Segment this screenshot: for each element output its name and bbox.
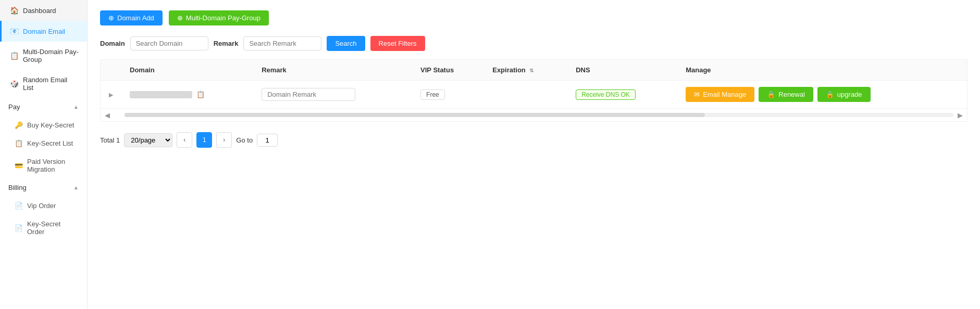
table-header-row: Domain Remark VIP Status Expiration ⇅: [101, 60, 967, 81]
expand-cell[interactable]: ▶: [101, 81, 121, 109]
sidebar-item-domain-email[interactable]: 📧 Domain Email: [0, 21, 87, 42]
sidebar-item-label: Key-Secret Order: [27, 220, 79, 236]
sidebar-item-key-secret-list[interactable]: 📋 Key-Secret List: [0, 134, 87, 152]
lock-icon: 🔒: [767, 91, 775, 98]
reset-filters-button[interactable]: Reset Filters: [370, 36, 425, 51]
sidebar-item-dashboard[interactable]: 🏠 Dashboard: [0, 0, 87, 21]
list-icon: 📋: [15, 139, 23, 147]
next-page-button[interactable]: ›: [216, 132, 232, 148]
scroll-right-arrow[interactable]: ▶: [953, 111, 967, 119]
domain-table: Domain Remark VIP Status Expiration ⇅: [101, 60, 967, 109]
domain-remark-input[interactable]: [262, 88, 355, 101]
upgrade-button[interactable]: 🔒 upgrade: [817, 87, 871, 102]
sidebar-item-label: Random Email List: [23, 76, 79, 92]
sidebar-item-label: Dashboard: [23, 7, 56, 15]
sidebar-item-vip-order[interactable]: 📄 Vip Order: [0, 197, 87, 215]
remark-cell: [253, 81, 412, 109]
domain-add-label: Domain Add: [117, 14, 154, 22]
col-expiration[interactable]: Expiration ⇅: [484, 60, 567, 81]
col-expand: [101, 60, 121, 81]
col-dns: DNS: [567, 60, 677, 81]
goto-input[interactable]: [257, 134, 278, 147]
pagination: Total 1 20/page 50/page 100/page ‹ 1 › G…: [100, 132, 967, 148]
sort-icon: ⇅: [529, 68, 534, 73]
upgrade-icon: 🔒: [826, 91, 834, 98]
expand-icon[interactable]: ▶: [109, 92, 113, 98]
col-manage: Manage: [677, 60, 967, 81]
col-vip-status: VIP Status: [412, 60, 484, 81]
expiration-cell: [484, 81, 567, 109]
search-button[interactable]: Search: [327, 36, 365, 51]
scrollbar-thumb: [125, 113, 705, 117]
sidebar-item-key-secret-order[interactable]: 📄 Key-Secret Order: [0, 215, 87, 241]
dns-status-badge: Receive DNS OK: [576, 89, 636, 100]
sidebar-item-label: Paid Version Migration: [27, 158, 79, 173]
pagination-total-label: Total 1: [100, 136, 120, 144]
table-row: ▶ 📋 Free: [101, 81, 967, 109]
page-1-button[interactable]: 1: [196, 132, 212, 148]
main-content: ⊕ Domain Add ⊕ Multi-Domain Pay-Group Do…: [88, 0, 980, 309]
sidebar-item-paid-version[interactable]: 💳 Paid Version Migration: [0, 152, 87, 178]
copy-icon[interactable]: 📋: [196, 91, 205, 98]
sidebar-group-billing[interactable]: Billing ▲: [0, 178, 87, 197]
key-icon: 🔑: [15, 121, 23, 129]
domain-filter-label: Domain: [100, 40, 125, 47]
dashboard-icon: 🏠: [10, 6, 19, 15]
sidebar-item-label: Vip Order: [27, 202, 56, 210]
manage-cell: ✉ Email Manage 🔒 Renewal 🔒 upgrade: [677, 81, 967, 109]
domain-search-input[interactable]: [130, 36, 208, 50]
page-size-select[interactable]: 20/page 50/page 100/page: [124, 133, 172, 147]
reset-label: Reset Filters: [379, 40, 417, 47]
multi-domain-button[interactable]: ⊕ Multi-Domain Pay-Group: [169, 10, 269, 25]
vip-order-icon: 📄: [15, 202, 23, 210]
email-manage-button[interactable]: ✉ Email Manage: [686, 87, 754, 102]
multi-domain-label: Multi-Domain Pay-Group: [186, 14, 260, 22]
chevron-up-icon: ▲: [73, 104, 79, 110]
col-domain: Domain: [121, 60, 253, 81]
page-content: ⊕ Domain Add ⊕ Multi-Domain Pay-Group Do…: [88, 0, 980, 309]
table-container: Domain Remark VIP Status Expiration ⇅: [100, 59, 967, 122]
search-label: Search: [335, 40, 356, 47]
scroll-left-arrow[interactable]: ◀: [101, 111, 114, 119]
sidebar-item-label: Multi-Domain Pay-Group: [23, 48, 79, 63]
migration-icon: 💳: [15, 162, 23, 170]
chevron-up-icon: ▲: [73, 185, 79, 190]
sidebar-item-label: Key-Secret List: [27, 139, 73, 147]
multi-domain-icon: 📋: [10, 52, 19, 60]
action-bar: ⊕ Domain Add ⊕ Multi-Domain Pay-Group: [100, 10, 967, 25]
pay-group-label: Pay: [8, 103, 20, 111]
email-manage-label: Email Manage: [703, 91, 746, 98]
sidebar-item-multi-domain[interactable]: 📋 Multi-Domain Pay-Group: [0, 42, 87, 70]
prev-page-button[interactable]: ‹: [177, 132, 192, 148]
domain-add-button[interactable]: ⊕ Domain Add: [100, 10, 163, 25]
col-remark: Remark: [253, 60, 412, 81]
sidebar-item-buy-key-secret[interactable]: 🔑 Buy Key-Secret: [0, 116, 87, 134]
sidebar-item-random-email[interactable]: 🎲 Random Email List: [0, 70, 87, 98]
goto-label: Go to: [236, 136, 253, 144]
renewal-button[interactable]: 🔒 Renewal: [759, 87, 813, 102]
vip-status-cell: Free: [412, 81, 484, 109]
key-order-icon: 📄: [15, 224, 23, 232]
email-icon: 📧: [10, 27, 19, 35]
sidebar-item-label: Buy Key-Secret: [27, 121, 74, 129]
remark-search-input[interactable]: [243, 36, 321, 50]
sidebar: 🏠 Dashboard 📧 Domain Email 📋 Multi-Domai…: [0, 0, 88, 309]
billing-group-label: Billing: [8, 184, 27, 191]
prev-icon: ‹: [183, 136, 185, 144]
filter-row: Domain Remark Search Reset Filters: [100, 36, 967, 51]
random-email-icon: 🎲: [10, 80, 19, 88]
page-1-label: 1: [203, 136, 206, 144]
remark-filter-label: Remark: [214, 40, 239, 47]
domain-blurred-value: [130, 91, 192, 98]
upgrade-label: upgrade: [837, 91, 862, 98]
vip-status-badge: Free: [420, 89, 445, 100]
horizontal-scrollbar[interactable]: [125, 113, 953, 117]
renewal-label: Renewal: [778, 91, 805, 98]
domain-cell: 📋: [121, 81, 253, 109]
sidebar-group-pay[interactable]: Pay ▲: [0, 98, 87, 116]
plus-icon: ⊕: [108, 14, 114, 22]
envelope-icon: ✉: [694, 91, 700, 98]
dns-cell: Receive DNS OK: [567, 81, 677, 109]
sidebar-item-label: Domain Email: [23, 28, 65, 35]
next-icon: ›: [223, 136, 225, 144]
